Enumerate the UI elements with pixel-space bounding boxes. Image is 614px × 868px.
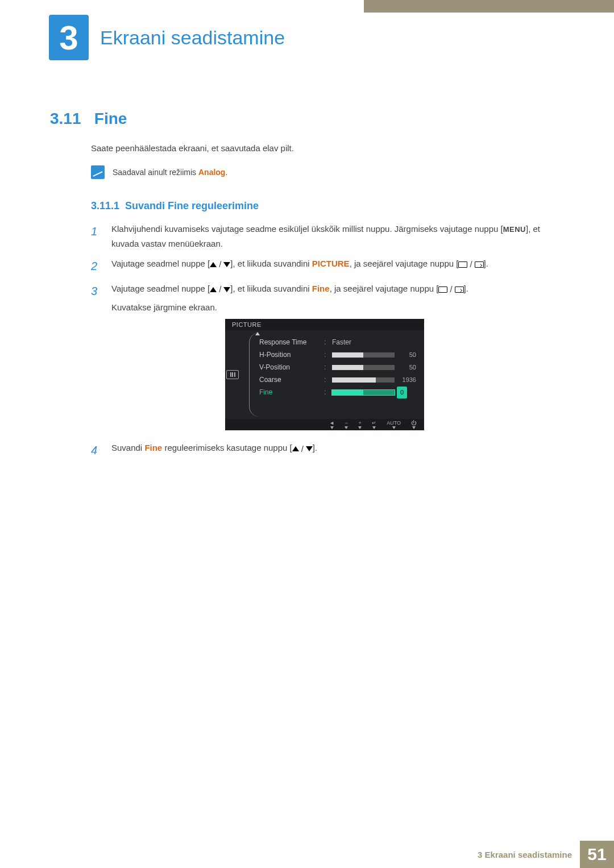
enter-icon: /: [438, 282, 463, 297]
enter-icon: /: [458, 257, 483, 272]
note-icon: [91, 165, 105, 179]
chapter-number-badge: 3: [49, 15, 89, 60]
step-2: 2 Vajutage seadmel nuppe [/], et liikuda…: [91, 256, 551, 276]
step-text: Vajutage seadmel nuppe [/], et liikuda s…: [111, 281, 468, 435]
subsection-heading: 3.11.1 Suvandi Fine reguleerimine: [91, 200, 259, 212]
osd-row-coarse: Coarse : 1936: [259, 373, 416, 386]
menu-label: MENU: [503, 225, 526, 234]
note-prefix: Saadaval ainult režiimis: [113, 168, 198, 177]
step-number: 3: [91, 281, 102, 435]
note-text: Saadaval ainult režiimis Analog.: [113, 168, 227, 177]
subsection-title: Suvandi Fine reguleerimine: [125, 200, 259, 211]
osd-panel: PICTURE Response Time : Faster H-Positi: [225, 319, 424, 430]
step-text: Klahvijuhendi kuvamiseks vajutage seadme…: [111, 222, 551, 251]
page-footer: 3 Ekraani seadistamine 51: [478, 841, 614, 868]
step-1: 1 Klahvijuhendi kuvamiseks vajutage sead…: [91, 222, 551, 251]
highlight-picture: PICTURE: [312, 259, 350, 268]
osd-menu: Response Time : Faster H-Position : 50 V…: [240, 330, 424, 419]
osd-row-v-position: V-Position : 50: [259, 361, 416, 373]
footer-text: 3 Ekraani seadistamine: [478, 850, 580, 859]
section-intro: Saate peenhäälestada ekraani, et saavuta…: [91, 143, 294, 153]
step-followup: Kuvatakse järgmine ekraan.: [111, 300, 468, 315]
highlight-fine: Fine: [312, 284, 330, 293]
osd-active-value: 0: [397, 387, 407, 398]
note-suffix: .: [225, 168, 227, 177]
highlight-fine: Fine: [144, 443, 162, 452]
note-highlight: Analog: [198, 168, 225, 177]
picture-icon: [226, 370, 239, 379]
section-heading: 3.11 Fine: [50, 110, 127, 128]
osd-title: PICTURE: [225, 319, 424, 330]
osd-nav-enter-icon: ↵: [372, 421, 376, 429]
subsection-number: 3.11.1: [91, 200, 119, 211]
slider-bar: [332, 365, 395, 370]
osd-nav-plus-icon: +: [358, 421, 362, 429]
step-text: Vajutage seadmel nuppe [/], et liikuda s…: [111, 256, 488, 276]
section-title: Fine: [94, 110, 127, 127]
osd-row-response-time: Response Time : Faster: [259, 336, 416, 348]
osd-body: Response Time : Faster H-Position : 50 V…: [225, 330, 424, 419]
up-down-icon: /: [210, 282, 230, 297]
section-number: 3.11: [50, 110, 81, 127]
up-down-icon: /: [210, 257, 230, 272]
osd-footer: ◄ − + ↵ AUTO ⏻: [225, 419, 424, 430]
step-text: Suvandi Fine reguleerimiseks kasutage nu…: [111, 441, 317, 460]
chapter-header: 3 Ekraani seadistamine: [49, 15, 285, 60]
steps-list: 1 Klahvijuhendi kuvamiseks vajutage sead…: [91, 222, 551, 466]
chapter-title: Ekraani seadistamine: [100, 27, 285, 49]
osd-nav-power-icon: ⏻: [411, 421, 416, 429]
up-down-icon: /: [292, 442, 313, 456]
note-row: Saadaval ainult režiimis Analog.: [91, 165, 227, 179]
step-3: 3 Vajutage seadmel nuppe [/], et liikuda…: [91, 281, 551, 435]
step-4: 4 Suvandi Fine reguleerimiseks kasutage …: [91, 441, 551, 460]
step-number: 2: [91, 256, 102, 276]
osd-sidebar: [225, 330, 240, 419]
slider-bar: [332, 390, 395, 395]
osd-nav-minus-icon: −: [345, 421, 348, 429]
osd-nav-back-icon: ◄: [329, 421, 334, 429]
osd-row-fine: Fine : 0: [259, 386, 416, 398]
footer-page-number: 51: [580, 841, 614, 868]
step-number: 1: [91, 222, 102, 251]
top-accent-bar: [364, 0, 614, 13]
osd-row-h-position: H-Position : 50: [259, 348, 416, 361]
slider-bar: [332, 352, 395, 358]
slider-bar: [332, 377, 395, 383]
osd-nav-auto: AUTO: [387, 421, 401, 429]
step-number: 4: [91, 441, 102, 460]
